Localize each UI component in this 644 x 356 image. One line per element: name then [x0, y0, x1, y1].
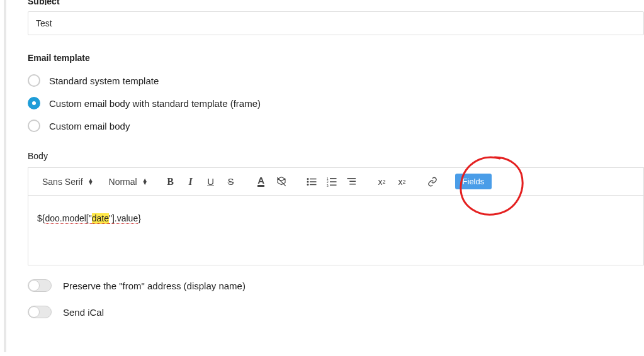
toggle-knob	[28, 280, 40, 291]
superscript-button[interactable]: x2	[395, 174, 410, 189]
svg-rect-9	[330, 181, 337, 182]
preserve-from-toggle-row: Preserve the "from" address (display nam…	[28, 279, 644, 292]
bullet-list-button[interactable]	[304, 174, 319, 189]
svg-rect-7	[330, 178, 337, 179]
radio-icon	[28, 120, 40, 132]
background-color-button[interactable]	[274, 174, 289, 189]
svg-point-0	[307, 178, 308, 180]
link-button[interactable]	[425, 174, 440, 189]
strikethrough-button[interactable]: S	[223, 174, 239, 189]
svg-rect-5	[310, 184, 317, 185]
radio-option-custom-body[interactable]: Custom email body	[28, 120, 644, 132]
font-size-select[interactable]: Normal ▲▼	[109, 177, 148, 187]
subject-input[interactable]	[28, 11, 644, 35]
underline-button[interactable]: U	[203, 174, 218, 189]
format-group: B I U S	[155, 174, 246, 189]
svg-rect-14	[349, 184, 356, 185]
preserve-from-label: Preserve the "from" address (display nam…	[63, 281, 246, 291]
script-group: x2 x2	[367, 174, 417, 189]
radio-icon	[28, 97, 40, 109]
font-size-value: Normal	[109, 177, 137, 187]
radio-label: Custom email body	[49, 121, 130, 131]
size-group: Normal ▲▼	[101, 177, 155, 187]
radio-label: Standard system template	[49, 75, 159, 86]
select-arrows-icon: ▲▼	[142, 179, 148, 185]
svg-rect-12	[347, 178, 356, 179]
italic-button[interactable]: I	[183, 174, 198, 189]
editor-content-area[interactable]: ${doo.model["date"].value}	[28, 196, 643, 265]
svg-text:3: 3	[326, 183, 328, 187]
svg-rect-1	[310, 178, 317, 179]
subscript-button[interactable]: x2	[375, 174, 390, 189]
numbered-list-button[interactable]: 123	[324, 174, 339, 189]
toggle-knob	[28, 306, 40, 318]
color-group: A	[246, 174, 297, 189]
email-template-label: Email template	[28, 53, 644, 63]
link-group	[417, 174, 448, 189]
font-group: Sans Serif ▲▼	[35, 177, 101, 187]
svg-rect-11	[330, 184, 337, 186]
form-container: Subject Email template Standard system t…	[4, 0, 644, 352]
list-group: 123	[297, 174, 367, 189]
send-ical-label: Send iCal	[63, 307, 104, 318]
radio-option-custom-frame[interactable]: Custom email body with standard template…	[28, 97, 644, 109]
svg-point-2	[307, 181, 308, 182]
bold-button[interactable]: B	[163, 174, 178, 189]
editor-toolbar: Sans Serif ▲▼ Normal ▲▼ B I U S	[28, 168, 643, 196]
body-label: Body	[28, 151, 644, 161]
send-ical-toggle-row: Send iCal	[28, 306, 644, 318]
rich-text-editor: Sans Serif ▲▼ Normal ▲▼ B I U S	[28, 167, 644, 265]
editor-text: ${doo.model["date"].value}	[37, 213, 141, 224]
svg-point-4	[307, 184, 308, 186]
font-family-select[interactable]: Sans Serif ▲▼	[42, 177, 94, 187]
font-family-value: Sans Serif	[42, 177, 83, 187]
send-ical-toggle[interactable]	[28, 306, 52, 318]
text-color-button[interactable]: A	[254, 174, 269, 189]
select-arrows-icon: ▲▼	[88, 179, 94, 185]
fields-group: Fields	[448, 174, 500, 189]
radio-icon	[28, 74, 40, 87]
svg-rect-3	[310, 181, 317, 182]
body-section: Body Sans Serif ▲▼ Normal ▲▼ B	[28, 151, 644, 265]
fields-button[interactable]: Fields	[455, 174, 492, 189]
radio-option-standard[interactable]: Standard system template	[28, 74, 644, 87]
subject-label: Subject	[28, 0, 644, 5]
email-template-radio-group: Standard system template Custom email bo…	[28, 74, 644, 132]
radio-label: Custom email body with standard template…	[49, 98, 261, 109]
indent-list-button[interactable]	[344, 174, 359, 189]
svg-rect-13	[349, 181, 356, 182]
preserve-from-toggle[interactable]	[28, 279, 52, 292]
